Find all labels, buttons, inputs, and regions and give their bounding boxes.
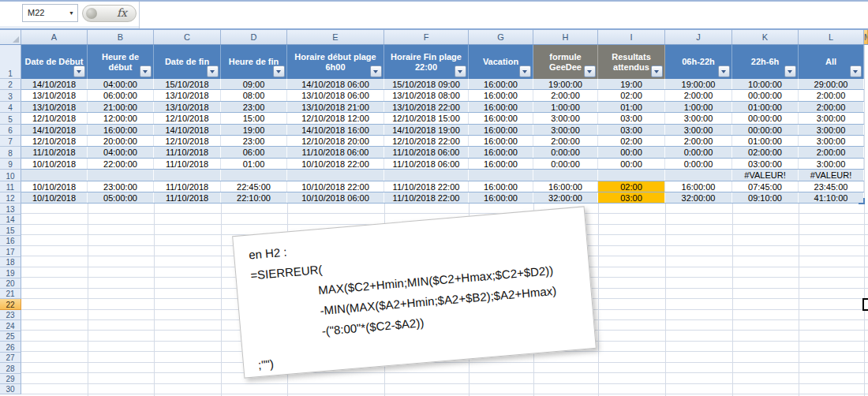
column-header-I[interactable]: I: [598, 30, 665, 44]
cell-B4[interactable]: 21:00:00: [88, 102, 154, 112]
cell-C10[interactable]: [154, 170, 221, 180]
cell-E12[interactable]: 10/10/2018 06:00: [287, 192, 384, 203]
cell-J2[interactable]: 19:00:00: [665, 79, 732, 89]
table-resize-handle[interactable]: [859, 198, 865, 204]
cell-C8[interactable]: 11/10/2018: [154, 147, 221, 157]
cell-K12[interactable]: 09:10:00: [732, 192, 799, 203]
cell-B12[interactable]: 05:00:00: [88, 192, 154, 203]
cell-C7[interactable]: 12/10/2018: [154, 136, 221, 146]
cell-J12[interactable]: 32:00:00: [665, 192, 732, 203]
cell-D2[interactable]: 09:00: [221, 79, 287, 89]
cell-H12[interactable]: 32:00:00: [533, 192, 598, 203]
column-header-G[interactable]: G: [469, 30, 533, 44]
cell-B9[interactable]: 22:00:00: [88, 159, 154, 169]
cell-I12[interactable]: 03:00: [598, 192, 665, 203]
filter-button[interactable]: [850, 65, 862, 77]
cell-A8[interactable]: 11/10/2018: [21, 147, 88, 157]
cell-D4[interactable]: 23:00: [221, 102, 287, 112]
row-header-6[interactable]: 6: [0, 125, 21, 136]
cell-H8[interactable]: 0:00:00: [533, 147, 598, 157]
row-header-27[interactable]: 27: [0, 353, 21, 363]
cell-J9[interactable]: 0:00:00: [665, 159, 732, 169]
table-header-C[interactable]: Date de fin: [154, 45, 221, 79]
row-header-18[interactable]: 18: [0, 257, 21, 267]
filter-button[interactable]: [73, 65, 85, 77]
cell-A10[interactable]: [21, 170, 88, 180]
row-header-4[interactable]: 4: [0, 102, 21, 113]
cell-I3[interactable]: 02:00: [598, 90, 665, 100]
cell-E4[interactable]: 13/10/2018 21:00: [287, 102, 384, 112]
cell-H9[interactable]: 0:00:00: [533, 159, 598, 169]
cell-G4[interactable]: 16:00:00: [469, 102, 533, 112]
cell-B6[interactable]: 16:00:00: [88, 125, 154, 135]
cell-A12[interactable]: 10/10/2018: [21, 192, 88, 203]
filter-button[interactable]: [455, 65, 466, 77]
cell-C6[interactable]: 14/10/2018: [154, 125, 221, 135]
cell-K7[interactable]: 01:00:00: [732, 136, 799, 146]
filter-button[interactable]: [370, 65, 382, 77]
filter-button[interactable]: [584, 65, 596, 77]
cell-K6[interactable]: 00:00:00: [732, 125, 799, 135]
cell-B11[interactable]: 23:00:00: [88, 181, 154, 192]
select-all-button[interactable]: [0, 30, 21, 44]
cell-G2[interactable]: 16:00:00: [469, 79, 533, 89]
table-header-J[interactable]: 06h-22h: [665, 45, 732, 79]
cell-F11[interactable]: 11/10/2018 22:00: [384, 181, 469, 192]
cell-E11[interactable]: 10/10/2018 22:00: [287, 181, 384, 192]
cell-L10[interactable]: #VALEUR!: [799, 170, 864, 180]
row-header-20[interactable]: 20: [0, 278, 21, 289]
cell-F5[interactable]: 12/10/2018 15:00: [384, 113, 469, 123]
row-header-28[interactable]: 28: [0, 363, 21, 373]
cell-J11[interactable]: 16:00:00: [665, 181, 732, 192]
formula-input[interactable]: [140, 2, 868, 28]
cell-A11[interactable]: 10/10/2018: [21, 181, 88, 192]
cell-G3[interactable]: 16:00:00: [469, 90, 533, 100]
cell-H5[interactable]: 3:00:00: [533, 113, 598, 123]
cell-I11[interactable]: 02:00: [598, 181, 665, 192]
row-header-15[interactable]: 15: [0, 225, 21, 235]
cell-C2[interactable]: 15/10/2018: [154, 79, 221, 89]
cell-F12[interactable]: 11/10/2018 22:00: [384, 192, 469, 203]
filter-button[interactable]: [273, 65, 285, 77]
table-header-H[interactable]: formule GeeDee: [533, 45, 598, 79]
column-header-A[interactable]: A: [21, 30, 88, 44]
table-header-K[interactable]: 22h-6h: [732, 45, 799, 79]
cell-B10[interactable]: [88, 170, 154, 180]
cell-D6[interactable]: 19:00: [221, 125, 287, 135]
cell-G11[interactable]: 16:00:00: [469, 181, 533, 192]
cell-B8[interactable]: 04:00:00: [88, 147, 154, 157]
formula-annotation-box[interactable]: en H2 : =SIERREUR( MAX($C2+Hmin;MIN($C2+…: [232, 206, 597, 378]
row-header-22[interactable]: 22: [0, 299, 21, 309]
cell-J4[interactable]: 1:00:00: [665, 102, 732, 112]
row-header-24[interactable]: 24: [0, 320, 21, 331]
column-header-D[interactable]: D: [221, 30, 287, 44]
cell-F4[interactable]: 13/10/2018 22:00: [384, 102, 469, 112]
cell-A3[interactable]: 13/10/2018: [21, 90, 88, 100]
table-header-I[interactable]: Resultats attendus: [598, 45, 665, 79]
cell-D3[interactable]: 08:00: [221, 90, 287, 100]
row-header-29[interactable]: 29: [0, 374, 21, 384]
row-header-25[interactable]: 25: [0, 331, 21, 342]
cell-I9[interactable]: 00:00: [598, 159, 665, 169]
cell-G12[interactable]: 16:00:00: [469, 192, 533, 203]
row-header-1[interactable]: 1: [0, 45, 21, 79]
cell-J8[interactable]: 0:00:00: [665, 147, 732, 157]
cell-K9[interactable]: 03:00:00: [732, 159, 799, 169]
table-header-D[interactable]: Heure de fin: [221, 45, 287, 79]
cell-A4[interactable]: 13/10/2018: [21, 102, 88, 112]
cell-A5[interactable]: 12/10/2018: [21, 113, 88, 123]
column-header-C[interactable]: C: [154, 30, 221, 44]
cell-E5[interactable]: 12/10/2018 12:00: [287, 113, 384, 123]
cell-J6[interactable]: 3:00:00: [665, 125, 732, 135]
cell-H6[interactable]: 3:00:00: [533, 125, 598, 135]
cell-I2[interactable]: 19:00: [598, 79, 665, 89]
cell-L5[interactable]: 3:00:00: [799, 113, 864, 123]
cell-I8[interactable]: 00:00: [598, 147, 665, 157]
row-header-21[interactable]: 21: [0, 289, 21, 299]
row-header-23[interactable]: 23: [0, 310, 21, 320]
cell-A2[interactable]: 14/10/2018: [21, 79, 88, 89]
cell-L9[interactable]: 3:00:00: [799, 159, 864, 169]
cell-G5[interactable]: 16:00:00: [469, 113, 533, 123]
row-header-13[interactable]: 13: [0, 204, 21, 214]
row-header-3[interactable]: 3: [0, 90, 21, 101]
